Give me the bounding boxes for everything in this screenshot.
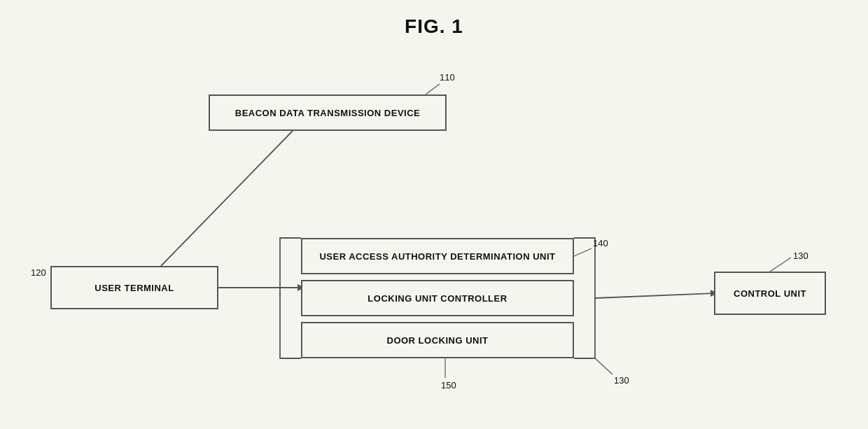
svg-line-3 — [595, 293, 714, 298]
user-terminal-label: USER TERMINAL — [94, 283, 174, 293]
dlu-box: DOOR LOCKING UNIT — [301, 322, 574, 358]
svg-line-0 — [161, 131, 293, 266]
luc-box: LOCKING UNIT CONTROLLER — [301, 280, 574, 316]
uaadu-box: USER ACCESS AUTHORITY DETERMINATION UNIT — [301, 238, 574, 274]
ref-110: 110 — [440, 72, 455, 83]
figure-title: FIG. 1 — [0, 0, 868, 38]
svg-line-5 — [426, 84, 440, 94]
ref-140: 140 — [593, 238, 608, 248]
dlu-label: DOOR LOCKING UNIT — [387, 335, 489, 346]
ref-120: 120 — [31, 267, 46, 278]
ref-130-top: 130 — [793, 251, 808, 261]
ref-150: 150 — [441, 380, 456, 391]
ref-130-bot: 130 — [614, 375, 629, 386]
diagram-svg — [0, 0, 868, 429]
uaadu-label: USER ACCESS AUTHORITY DETERMINATION UNIT — [319, 251, 555, 262]
diagram-container: FIG. 1 BEACON DATA TRA — [0, 0, 868, 429]
beacon-box: BEACON DATA TRANSMISSION DEVICE — [209, 94, 447, 131]
svg-line-7 — [574, 248, 592, 256]
control-box: CONTROL UNIT — [714, 272, 826, 315]
svg-line-9 — [770, 258, 791, 272]
beacon-label: BEACON DATA TRANSMISSION DEVICE — [235, 108, 420, 118]
luc-label: LOCKING UNIT CONTROLLER — [368, 293, 507, 304]
control-label: CONTROL UNIT — [734, 288, 806, 299]
user-terminal-box: USER TERMINAL — [50, 266, 218, 309]
svg-line-10 — [595, 358, 612, 374]
